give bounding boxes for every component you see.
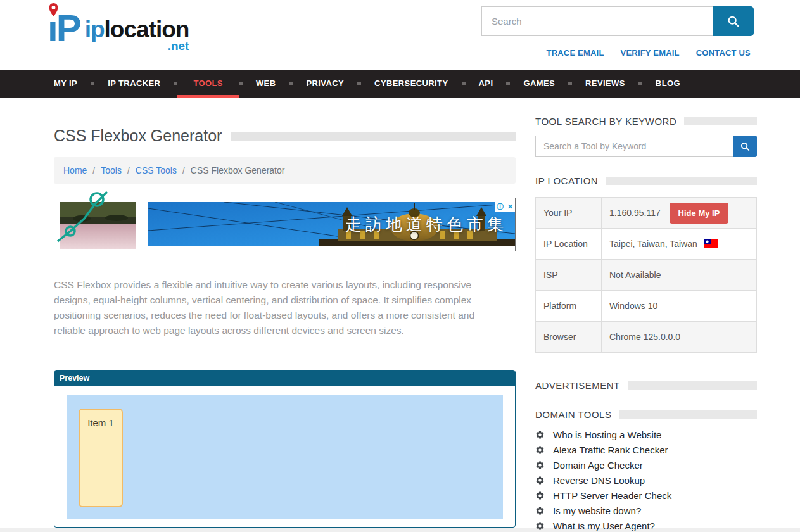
logo-word-ip: ip xyxy=(85,16,105,42)
page: ıP iplocation .net TRACE EMAIL VERIFY EM… xyxy=(0,0,800,532)
breadcrumb-current: CSS Flexbox Generator xyxy=(191,165,285,175)
list-item: HTTP Server Header Check xyxy=(535,490,757,501)
gear-icon xyxy=(535,521,545,531)
row-label: ISP xyxy=(536,260,602,291)
row-label: Your IP xyxy=(536,198,602,229)
flex-preview-container: Item 1 xyxy=(67,395,503,519)
gear-icon xyxy=(535,506,545,516)
nav-item-ip-tracker[interactable]: IP TRACKER xyxy=(94,70,174,98)
flex-preview-item: Item 1 xyxy=(79,408,123,507)
breadcrumb-separator: / xyxy=(127,165,130,175)
list-item: Domain Age Checker xyxy=(535,460,757,471)
list-item: Reverse DNS Lookup xyxy=(535,475,757,486)
row-value: Windows 10 xyxy=(602,291,757,322)
domain-tool-link[interactable]: Who is Hosting a Website xyxy=(553,429,661,440)
tool-search xyxy=(535,136,757,157)
row-label: IP Location xyxy=(536,229,602,260)
title-decorative-bar xyxy=(231,132,516,141)
verify-email-link[interactable]: VERIFY EMAIL xyxy=(621,48,680,58)
breadcrumb-css-tools[interactable]: CSS Tools xyxy=(136,165,177,175)
nav-item-tools[interactable]: TOOLS xyxy=(177,70,239,98)
row-value: Not Available xyxy=(602,260,757,291)
table-row: ISP Not Available xyxy=(536,260,757,291)
tool-search-input[interactable] xyxy=(535,136,733,157)
breadcrumb-home[interactable]: Home xyxy=(63,165,87,175)
domain-tool-link[interactable]: Reverse DNS Lookup xyxy=(553,475,645,486)
nav-item-blog[interactable]: BLOG xyxy=(642,70,694,98)
main-nav: MY IP IP TRACKER TOOLS WEB PRIVACY CYBER… xyxy=(0,70,800,98)
list-item: Alexa Traffic Rank Checker xyxy=(535,445,757,455)
trace-email-link[interactable]: TRACE EMAIL xyxy=(547,48,604,58)
site-header: ıP iplocation .net TRACE EMAIL VERIFY EM… xyxy=(0,0,800,70)
ip-address-value: 1.160.95.117 xyxy=(609,208,661,218)
table-row: Your IP 1.160.95.117 Hide My IP xyxy=(536,198,757,229)
nav-item-privacy[interactable]: PRIVACY xyxy=(293,70,357,98)
ip-location-table: Your IP 1.160.95.117 Hide My IP IP Locat… xyxy=(535,197,757,353)
location-pin-icon xyxy=(48,3,59,17)
breadcrumb: Home / Tools / CSS Tools / CSS Flexbox G… xyxy=(54,157,516,184)
hide-my-ip-button[interactable]: Hide My IP xyxy=(670,203,729,224)
table-row: IP Location Taipei, Taiwan, Taiwan xyxy=(536,229,757,260)
row-value: Chrome 125.0.0.0 xyxy=(602,322,757,353)
title-row: CSS Flexbox Generator xyxy=(54,127,516,145)
list-item: Who is Hosting a Website xyxy=(535,429,757,440)
preview-panel: Preview Item 1 xyxy=(54,370,516,528)
nav-item-my-ip[interactable]: MY IP xyxy=(54,70,91,98)
domain-tool-link[interactable]: HTTP Server Header Check xyxy=(553,490,671,501)
nav-item-api[interactable]: API xyxy=(466,70,507,98)
logo-word-location: location xyxy=(105,16,189,42)
nav-item-games[interactable]: GAMES xyxy=(510,70,568,98)
logo-wordmark: iplocation .net xyxy=(85,18,189,52)
logo-mark: ıP xyxy=(48,4,80,53)
domain-tools-heading: DOMAIN TOOLS xyxy=(535,409,757,420)
domain-tool-link[interactable]: Alexa Traffic Rank Checker xyxy=(553,445,668,455)
ad-controls: ⓘ ✕ xyxy=(495,202,515,212)
heading-decorative-bar xyxy=(628,381,757,390)
nav-item-cybersecurity[interactable]: CYBERSECURITY xyxy=(361,70,461,98)
preview-header: Preview xyxy=(54,370,515,386)
domain-tool-link[interactable]: What is my User Agent? xyxy=(553,521,655,531)
ad-container: 走訪地道特色市集 ⓘ ✕ xyxy=(54,198,516,251)
nav-item-web[interactable]: WEB xyxy=(243,70,289,98)
heading-decorative-bar xyxy=(684,117,757,125)
breadcrumb-tools[interactable]: Tools xyxy=(101,165,122,175)
page-title: CSS Flexbox Generator xyxy=(54,127,222,145)
list-item: Is my website down? xyxy=(535,505,757,516)
search-input[interactable] xyxy=(481,6,713,36)
nav-item-reviews[interactable]: REVIEWS xyxy=(572,70,638,98)
gear-icon xyxy=(535,430,545,440)
ad-banner[interactable]: 走訪地道特色市集 ⓘ ✕ xyxy=(148,202,515,246)
gear-icon xyxy=(535,476,545,485)
search-icon xyxy=(740,141,751,152)
domain-tool-link[interactable]: Is my website down? xyxy=(553,505,641,516)
list-item: What is my User Agent? xyxy=(535,521,757,531)
header-links: TRACE EMAIL VERIFY EMAIL CONTACT US xyxy=(547,48,751,58)
contact-us-link[interactable]: CONTACT US xyxy=(696,48,751,58)
tool-search-heading: TOOL SEARCH BY KEYWORD xyxy=(535,116,757,127)
ip-location-heading: IP LOCATION xyxy=(535,175,757,186)
row-value: Taipei, Taiwan, Taiwan xyxy=(602,229,757,260)
table-row: Platform Windows 10 xyxy=(536,291,757,322)
domain-tools-list: Who is Hosting a Website Alexa Traffic R… xyxy=(535,429,757,532)
advertisement-heading: ADVERTISEMENT xyxy=(535,380,757,391)
domain-tool-link[interactable]: Domain Age Checker xyxy=(553,460,643,471)
ad-close-icon[interactable]: ✕ xyxy=(505,202,515,212)
ad-left-image[interactable] xyxy=(56,191,139,249)
ad-info-icon[interactable]: ⓘ xyxy=(495,202,505,212)
heading-decorative-bar xyxy=(606,177,757,185)
ad-headline: 走訪地道特色市集 xyxy=(345,213,507,235)
site-logo[interactable]: ıP iplocation .net xyxy=(48,4,189,53)
row-label: Browser xyxy=(536,322,602,353)
table-row: Browser Chrome 125.0.0.0 xyxy=(536,322,757,353)
gear-icon xyxy=(535,460,545,470)
breadcrumb-separator: / xyxy=(92,165,95,175)
taiwan-flag-icon xyxy=(704,239,718,248)
search-icon xyxy=(727,15,740,28)
tool-search-button[interactable] xyxy=(733,136,757,157)
gear-icon xyxy=(535,445,545,455)
tool-description: CSS Flexbox provides a flexible and intu… xyxy=(54,277,507,338)
breadcrumb-separator: / xyxy=(182,165,185,175)
search-button[interactable] xyxy=(713,6,754,36)
heading-decorative-bar xyxy=(619,410,757,419)
row-value: 1.160.95.117 Hide My IP xyxy=(602,198,757,229)
